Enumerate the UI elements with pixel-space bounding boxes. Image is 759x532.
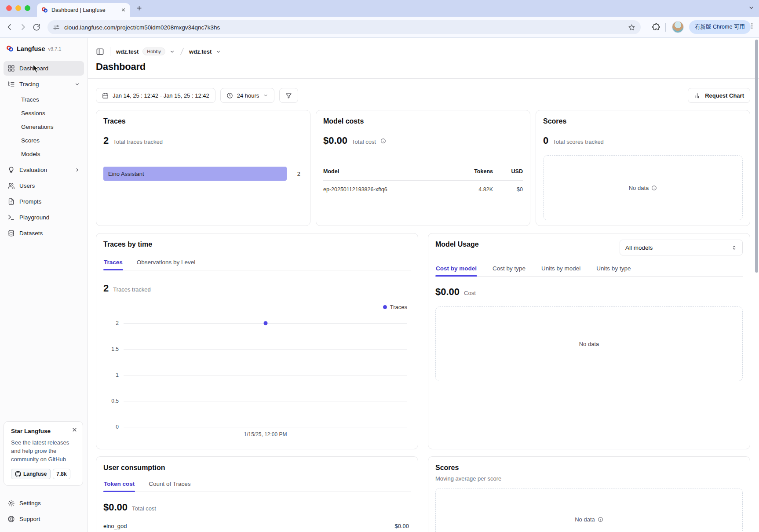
- user-consumption-card: User consumption Token cost Count of Tra…: [96, 456, 418, 532]
- info-icon: [380, 138, 386, 144]
- breadcrumb-project[interactable]: wdz.test: [189, 48, 212, 55]
- sidebar-item-evaluation[interactable]: Evaluation: [4, 163, 84, 177]
- page-title: Dashboard: [96, 61, 750, 78]
- browser-menu-icon[interactable]: [748, 22, 755, 29]
- close-icon[interactable]: [72, 427, 77, 433]
- langfuse-logo-icon: [6, 45, 14, 52]
- gear-icon: [7, 499, 15, 507]
- sidebar-item-scores[interactable]: Scores: [4, 134, 84, 147]
- maximize-window-button[interactable]: [25, 5, 30, 11]
- sidebar-item-dashboard[interactable]: Dashboard: [4, 61, 84, 76]
- sidebar-item-datasets[interactable]: Datasets: [4, 226, 84, 240]
- sidebar-item-label: Prompts: [19, 198, 41, 205]
- data-point[interactable]: [263, 321, 267, 325]
- chevron-down-icon[interactable]: [169, 49, 175, 55]
- sidebar-item-generations[interactable]: Generations: [4, 120, 84, 134]
- sidebar-item-traces[interactable]: Traces: [4, 93, 84, 106]
- plan-badge: Hobby: [142, 47, 165, 55]
- sidebar-item-settings[interactable]: Settings: [4, 496, 84, 510]
- new-tab-button[interactable]: [135, 4, 143, 12]
- trace-name-bar[interactable]: Eino Assistant: [103, 167, 287, 181]
- chevron-right-icon: [74, 167, 80, 173]
- date-range-label: Jan 14, 25 : 12:42 - Jan 15, 25 : 12:42: [113, 92, 209, 99]
- tab-search-chevron-icon[interactable]: [748, 4, 755, 11]
- bookmark-star-icon[interactable]: [628, 24, 635, 31]
- reload-button[interactable]: [33, 23, 40, 31]
- github-star-count[interactable]: 7.8k: [53, 469, 70, 479]
- sidebar-item-label: Settings: [19, 500, 41, 506]
- model-select[interactable]: All models: [620, 240, 743, 255]
- tab-close-icon[interactable]: [121, 7, 126, 12]
- github-repo-pill[interactable]: Langfuse: [11, 469, 51, 479]
- sidebar-nav: Dashboard Tracing Traces Sessions Genera…: [0, 61, 88, 240]
- profile-avatar[interactable]: [672, 21, 684, 33]
- tab-count-of-traces[interactable]: Count of Traces: [148, 477, 191, 492]
- sidebar-item-tracing[interactable]: Tracing: [4, 77, 84, 91]
- chevron-down-icon[interactable]: [215, 49, 221, 55]
- card-title: Model costs: [323, 117, 523, 125]
- user-consumption-tabs: Token cost Count of Traces: [103, 477, 411, 492]
- extensions-icon[interactable]: [652, 22, 660, 31]
- url-text[interactable]: cloud.langfuse.com/project/cm50idm0208mx…: [64, 24, 624, 31]
- user-cost: $0.00: [394, 523, 409, 529]
- no-data-label: No data: [579, 341, 599, 347]
- breadcrumb-org[interactable]: wdz.test: [116, 48, 139, 55]
- user-name: eino_god: [103, 523, 127, 529]
- date-range-button[interactable]: Jan 14, 25 : 12:42 - Jan 15, 25 : 12:42: [96, 88, 215, 103]
- tab-cost-by-type[interactable]: Cost by type: [492, 262, 526, 276]
- sidebar-item-prompts[interactable]: Prompts: [4, 194, 84, 209]
- sidebar-item-models[interactable]: Models: [4, 147, 84, 161]
- tab-observations-by-level[interactable]: Observations by Level: [136, 255, 196, 270]
- filter-button[interactable]: [279, 88, 298, 103]
- y-tick: 2: [116, 320, 119, 326]
- chrome-update-chip[interactable]: 有新版 Chrome 可用: [689, 20, 751, 34]
- legend-dot-icon: [383, 305, 387, 309]
- gridline: 1.5: [124, 349, 407, 350]
- tab-units-by-model[interactable]: Units by model: [541, 262, 581, 276]
- filter-row: Jan 14, 25 : 12:42 - Jan 15, 25 : 12:42 …: [96, 88, 750, 103]
- page-body: Jan 14, 25 : 12:42 - Jan 15, 25 : 12:42 …: [88, 79, 759, 532]
- clock-icon: [226, 92, 233, 99]
- list-item[interactable]: eino_god $0.00: [103, 523, 411, 529]
- gridline: 0.5: [124, 401, 407, 401]
- minimize-window-button[interactable]: [15, 5, 21, 11]
- layout-grid-icon: [7, 65, 15, 72]
- tab-token-cost[interactable]: Token cost: [103, 477, 135, 492]
- sidebar-item-sessions[interactable]: Sessions: [4, 106, 84, 120]
- interval-label: 24 hours: [237, 92, 259, 99]
- star-card-title: Star Langfuse: [11, 428, 77, 434]
- sidebar-item-users[interactable]: Users: [4, 179, 84, 193]
- site-settings-icon[interactable]: [53, 24, 60, 31]
- table-row[interactable]: ep-20250112193826-xftq6 4.82K $0: [323, 181, 523, 193]
- panel-left-collapse-icon[interactable]: [96, 47, 104, 56]
- no-data-label: No data: [629, 185, 649, 191]
- interval-select-button[interactable]: 24 hours: [220, 88, 275, 103]
- model-usage-card: Model Usage All models Cost by model Cos…: [428, 233, 750, 449]
- sidebar-item-playground[interactable]: Playground: [4, 210, 84, 225]
- trace-bar-value: 2: [297, 171, 303, 177]
- request-chart-button[interactable]: Request Chart: [688, 88, 750, 103]
- forward-button[interactable]: [19, 23, 27, 31]
- url-bar[interactable]: cloud.langfuse.com/project/cm50idm0208mx…: [47, 20, 641, 34]
- page-header: wdz.test Hobby wdz.test Dashboard: [88, 38, 759, 79]
- scrollbar[interactable]: [755, 40, 758, 273]
- model-usage-caption: Cost: [464, 290, 476, 296]
- life-buoy-icon: [7, 515, 15, 523]
- traces-bar-row: Eino Assistant 2: [103, 167, 303, 181]
- bottom-cards-row: User consumption Token cost Count of Tra…: [96, 456, 750, 532]
- close-window-button[interactable]: [6, 5, 12, 11]
- browser-tab[interactable]: Dashboard | Langfuse: [37, 3, 130, 17]
- sidebar-item-support[interactable]: Support: [4, 512, 84, 526]
- tab-traces[interactable]: Traces: [103, 255, 123, 270]
- mouse-cursor: [33, 64, 39, 73]
- tab-cost-by-model[interactable]: Cost by model: [435, 262, 477, 276]
- traces-by-time-tabs: Traces Observations by Level: [103, 255, 411, 270]
- github-badge[interactable]: Langfuse 7.8k: [11, 469, 77, 479]
- back-button[interactable]: [5, 23, 14, 31]
- sidebar-item-label: Playground: [19, 214, 49, 221]
- info-icon: [651, 185, 657, 191]
- scores-over-time-empty-state: No data: [435, 488, 743, 532]
- tab-units-by-type[interactable]: Units by type: [596, 262, 631, 276]
- model-select-value: All models: [625, 244, 653, 251]
- column-tokens: Tokens: [451, 168, 493, 175]
